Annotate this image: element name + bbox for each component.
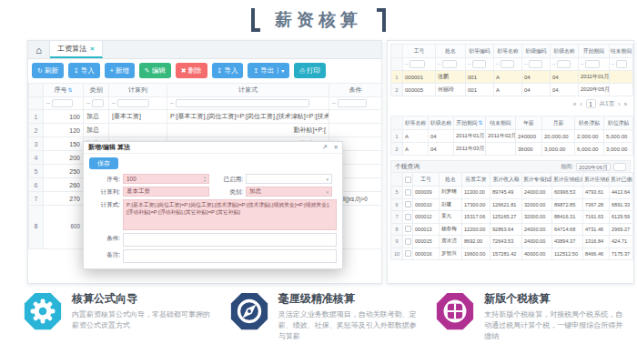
column-header[interactable]: 月薪: [542, 116, 575, 130]
filter-input[interactable]: [117, 99, 149, 107]
chevron-down-icon[interactable]: ▾: [278, 67, 284, 74]
column-header[interactable]: 累计已缴税额: [610, 173, 633, 187]
filter-input[interactable]: [176, 99, 309, 107]
column-header[interactable]: 应发工资: [462, 173, 490, 187]
column-header[interactable]: 职级名称: [429, 116, 454, 130]
column-header[interactable]: 职位津贴: [604, 116, 633, 130]
period-filter: 期间: 2020年06月: [561, 163, 626, 171]
next-page-icon[interactable]: ›: [618, 101, 620, 107]
export-button[interactable]: ↥导出▾: [248, 63, 289, 78]
sort-icon[interactable]: ⇅: [67, 87, 72, 93]
table-row[interactable]: 7000012童凡15317.06125165.2732000.0088416.…: [391, 211, 633, 224]
checkbox-icon[interactable]: [405, 250, 411, 257]
filter-input[interactable]: [585, 60, 600, 68]
column-header[interactable]: 职等名称: [403, 116, 429, 130]
maximize-icon[interactable]: ↗: [322, 144, 328, 150]
compass-badge-icon: [228, 290, 270, 332]
period-extra-input[interactable]: [613, 163, 626, 171]
checkbox-icon[interactable]: [405, 201, 411, 207]
table-row[interactable]: 8000013杨春梅12200.0092863.6424000.0064714.…: [391, 223, 633, 236]
checkbox-icon[interactable]: [405, 214, 411, 220]
feature-description: 灵活定义业务数据项目，自动关联考勤、定薪、绩效、社保、奖惩等及引入外部数据参与算…: [278, 309, 424, 342]
delete-button[interactable]: ✖删除: [176, 63, 207, 78]
column-header[interactable]: 累计收入额: [490, 173, 522, 187]
print-button[interactable]: ⎙打印: [294, 63, 326, 78]
page-input[interactable]: 1: [586, 99, 596, 108]
filter-input[interactable]: [500, 60, 513, 68]
remark-textarea[interactable]: [123, 249, 337, 263]
enabled-select[interactable]: ▾: [246, 174, 332, 184]
prev-page-icon[interactable]: ‹: [580, 101, 581, 107]
import2-button[interactable]: ↧导入: [212, 63, 244, 78]
table-row[interactable]: 1A042011年01月2011年02月24000020,000.002,000…: [391, 130, 633, 143]
table-row[interactable]: 5000009刘梦晴11300.0089745.4924000.0060996.…: [391, 187, 633, 199]
column-header[interactable]: 类别: [84, 84, 109, 97]
type-select[interactable]: 加总 ▾: [246, 187, 332, 197]
table-row[interactable]: 2A042011年03月360003,000.006,000.003,000.0…: [391, 143, 633, 156]
column-header[interactable]: 累计应纳税额: [583, 173, 610, 187]
table-row[interactable]: 9000015唐冰洁8692.0072643.5324000.0043894.3…: [391, 236, 633, 248]
table-row[interactable]: 1000001张鹏001A04042011年01月: [391, 71, 633, 84]
column-header[interactable]: 年薪: [516, 116, 542, 130]
add-button[interactable]: +新增: [105, 63, 135, 78]
checkbox-icon[interactable]: [405, 226, 411, 232]
sort-icon[interactable]: ⇅: [479, 120, 483, 126]
first-page-icon[interactable]: «: [573, 101, 577, 107]
table-row[interactable]: 10000016罗智兴19600.00157281.4240000.001125…: [391, 248, 633, 260]
column-header[interactable]: 工号: [413, 173, 440, 187]
column-header[interactable]: 职级名称: [551, 45, 579, 58]
filter-input[interactable]: [557, 60, 570, 68]
edit-button[interactable]: ✎编辑: [139, 63, 171, 78]
feature-new-tax: 新版个税核算 支持新版个税核算，对接税局个税系统，自动通过税局计算个税，一键申报…: [434, 290, 630, 342]
filter-input[interactable]: [616, 60, 627, 68]
column-header[interactable]: 工号: [403, 45, 436, 58]
column-header[interactable]: 职务津贴: [575, 116, 604, 130]
filter-input[interactable]: [529, 60, 541, 68]
import-button[interactable]: ↧导入: [68, 63, 100, 78]
period-value[interactable]: 2020年06月: [576, 163, 611, 171]
close-icon[interactable]: ×: [334, 144, 338, 150]
column-header[interactable]: 职级编码: [522, 45, 551, 58]
last-page-icon[interactable]: »: [623, 101, 627, 107]
spinner-icon[interactable]: ▴▾: [204, 176, 206, 182]
column-header[interactable]: 计算列: [109, 84, 167, 97]
column-header[interactable]: 累计应纳税所得额: [552, 173, 583, 187]
checkbox-icon[interactable]: [405, 189, 411, 196]
save-button[interactable]: 保存: [89, 157, 118, 169]
filter-input[interactable]: [472, 60, 485, 68]
column-header[interactable]: 姓名: [436, 45, 466, 58]
column-header[interactable]: 计算式: [167, 84, 329, 97]
table-row[interactable]: 1100加总[基本工资]P:[基本工资],[岗位工资]=P:[岗位工资],[技术…: [29, 110, 382, 124]
column-header[interactable]: 序号⇅: [44, 84, 84, 97]
table-row[interactable]: 6000010彭建17300.00126621.8132000.0089872.…: [391, 198, 633, 211]
column-header[interactable]: 开始期间⇅: [454, 116, 486, 130]
tab-salary-algorithm[interactable]: 工资算法 ×: [50, 41, 103, 58]
seq-input[interactable]: 100 ▴▾: [123, 174, 209, 184]
column-header[interactable]: 累计专项扣除: [522, 173, 552, 187]
checkbox-icon[interactable]: [405, 177, 411, 183]
filter-input[interactable]: [442, 60, 456, 68]
tax-section: 个税查询 期间: 2020年06月 工号姓名应发工资累计收入额累计专项扣除累计应…: [390, 160, 631, 260]
column-header[interactable]: 职等编码: [466, 45, 494, 58]
filter-input[interactable]: [92, 99, 104, 107]
column-header[interactable]: 职等名称: [494, 45, 522, 58]
data-cell: 24000.00: [522, 187, 552, 199]
condition-textarea[interactable]: [123, 233, 337, 247]
tab-close-icon[interactable]: ×: [90, 45, 95, 53]
checkbox-icon[interactable]: [405, 238, 411, 245]
filter-input[interactable]: [52, 99, 73, 107]
row-number: 2: [29, 124, 44, 137]
column-header[interactable]: 结束期间: [610, 45, 633, 58]
column-header[interactable]: 姓名: [440, 173, 462, 187]
table-row[interactable]: 2120加总勤补贴]+P:[: [29, 124, 382, 137]
filter-input[interactable]: [338, 99, 367, 107]
column-input[interactable]: 基本工资: [123, 187, 209, 197]
formula-textarea[interactable]: P:[基本工资],[岗位工资]=P:[岗位工资],[技术津贴]=P:[技术津贴]…: [123, 199, 337, 230]
refresh-button[interactable]: ↻刷新: [32, 63, 64, 78]
column-header[interactable]: 结束期间: [486, 116, 516, 130]
column-header[interactable]: 条件: [329, 84, 382, 97]
column-header[interactable]: 开始期间: [579, 45, 610, 58]
home-icon[interactable]: ⌂: [28, 41, 50, 58]
table-row[interactable]: 2000005何丽玲001A04042020年05月: [391, 84, 633, 96]
filter-input[interactable]: [410, 60, 425, 68]
